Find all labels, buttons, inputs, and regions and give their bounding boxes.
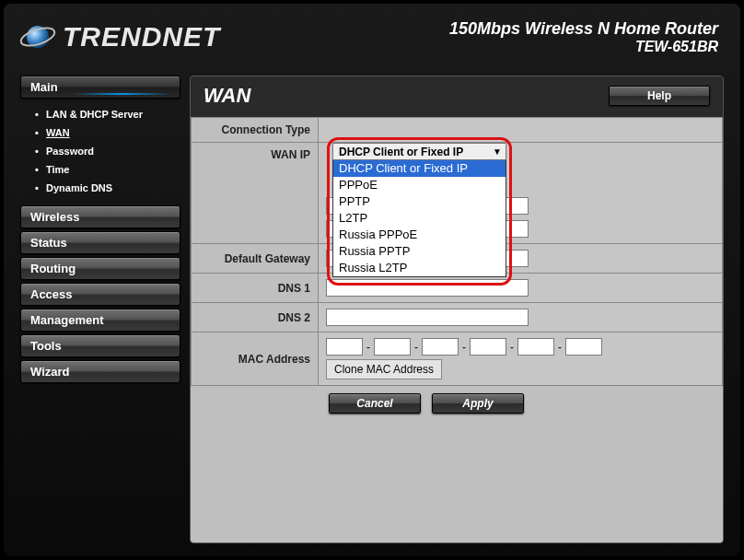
sidebar-main-sub: LAN & DHCP Server WAN Password Time Dyna… (20, 101, 180, 203)
mac-input-1[interactable] (326, 338, 363, 356)
help-button[interactable]: Help (609, 86, 710, 106)
dns2-input[interactable] (326, 309, 529, 326)
connection-type-dropdown[interactable]: DHCP Client or Fixed IP ▼ DHCP Client or… (332, 143, 506, 277)
mac-sep: - (510, 341, 514, 354)
connection-type-selected: DHCP Client or Fixed IP (339, 146, 463, 158)
dns1-input[interactable] (326, 279, 529, 297)
connection-type-options: DHCP Client or Fixed IP PPPoE PPTP L2TP … (332, 160, 506, 277)
cancel-button[interactable]: Cancel (329, 393, 421, 414)
label-wan-ip: WAN IP (192, 143, 319, 244)
field-dns1 (319, 274, 723, 303)
field-connection-type (319, 118, 723, 143)
label-connection-type: Connection Type (192, 118, 319, 143)
brand-logo: TRENDNET (18, 18, 220, 56)
sidebar-section-tools[interactable]: Tools (20, 334, 180, 357)
mac-input-2[interactable] (374, 338, 411, 356)
label-dns1: DNS 1 (192, 274, 319, 303)
viewport: TRENDNET 150Mbps Wireless N Home Router … (0, 0, 744, 560)
product-title: 150Mbps Wireless N Home Router TEW-651BR (449, 19, 718, 55)
sidebar-section-label: Main (30, 80, 58, 94)
connection-type-select[interactable]: DHCP Client or Fixed IP ▼ (332, 143, 506, 160)
sidebar-section-management[interactable]: Management (20, 309, 180, 332)
sidebar-section-access[interactable]: Access (20, 283, 180, 306)
sidebar-item-password[interactable]: Password (20, 142, 180, 160)
mac-sep: - (366, 341, 370, 354)
brand-name: TRENDNET (63, 21, 220, 52)
dd-option-pptp[interactable]: PPTP (333, 193, 506, 210)
globe-spin-icon (18, 18, 57, 56)
label-default-gateway: Default Gateway (192, 244, 319, 274)
sidebar-item-time[interactable]: Time (20, 160, 180, 179)
mac-sep: - (462, 341, 466, 354)
sidebar-section-main[interactable]: Main (20, 76, 180, 99)
mac-sep: - (414, 341, 418, 354)
label-dns2: DNS 2 (192, 303, 319, 332)
sidebar-item-lan-dhcp[interactable]: LAN & DHCP Server (20, 105, 180, 123)
product-line2: TEW-651BR (449, 39, 718, 55)
sidebar-section-routing[interactable]: Routing (20, 257, 180, 280)
action-buttons: Cancel Apply (191, 386, 723, 423)
chevron-down-icon: ▼ (493, 146, 502, 157)
mac-input-6[interactable] (565, 338, 602, 356)
page-title: WAN (203, 84, 250, 108)
dd-option-russia-pppoe[interactable]: Russia PPPoE (333, 227, 506, 243)
mac-input-4[interactable] (470, 338, 506, 356)
dd-option-l2tp[interactable]: L2TP (333, 210, 506, 227)
field-mac: - - - - - Clone MAC Address (319, 332, 723, 386)
apply-button[interactable]: Apply (432, 393, 524, 414)
mac-input-3[interactable] (422, 338, 459, 356)
page-title-bar: WAN Help (191, 76, 723, 117)
sidebar-item-dynamic-dns[interactable]: Dynamic DNS (20, 179, 180, 197)
dd-option-dhcp-fixed[interactable]: DHCP Client or Fixed IP (333, 160, 506, 177)
dd-option-russia-pptp[interactable]: Russia PPTP (333, 243, 506, 260)
field-dns2 (319, 303, 723, 332)
label-mac: MAC Address (192, 332, 319, 386)
app-frame: TRENDNET 150Mbps Wireless N Home Router … (4, 4, 740, 556)
mac-input-5[interactable] (517, 338, 554, 356)
sidebar-section-status[interactable]: Status (20, 231, 180, 254)
sidebar-section-wizard[interactable]: Wizard (20, 360, 180, 383)
header: TRENDNET 150Mbps Wireless N Home Router … (4, 4, 740, 70)
sidebar: Main LAN & DHCP Server WAN Password Time… (20, 76, 180, 543)
clone-mac-button[interactable]: Clone MAC Address (326, 359, 442, 379)
dd-option-russia-l2tp[interactable]: Russia L2TP (333, 260, 506, 276)
product-line1: 150Mbps Wireless N Home Router (449, 19, 718, 39)
mac-sep: - (558, 341, 562, 354)
dd-option-pppoe[interactable]: PPPoE (333, 177, 506, 193)
sidebar-section-wireless[interactable]: Wireless (20, 205, 180, 228)
sidebar-item-wan[interactable]: WAN (20, 123, 180, 142)
